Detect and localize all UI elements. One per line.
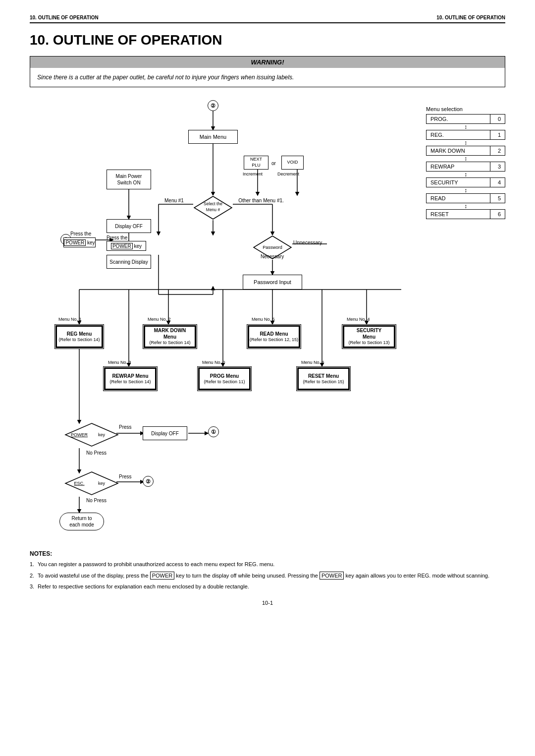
menu-no5-label: Menu No. 5	[252, 317, 275, 322]
menu-sel-row: SECURITY4	[427, 178, 505, 187]
power-inline-box2: POWER	[320, 572, 344, 580]
reg-menu-box: REG Menu (Refer to Section 14)	[54, 324, 104, 349]
rewrap-menu-box: REWRAP Menu (Refer to Section 14)	[103, 366, 158, 391]
power-key-left-box: POWER key	[63, 237, 96, 247]
press-power-mid-label: Press the	[107, 235, 127, 240]
menu-sel-row: REG.1	[427, 130, 505, 140]
menu-sel-label: PROG.	[427, 115, 490, 124]
notes-title: NOTES:	[30, 550, 505, 557]
note-item: 1.You can register a password to prohibi…	[30, 560, 505, 569]
svg-text:Password: Password	[263, 245, 282, 250]
return-each-mode-box: Return to each mode	[59, 513, 104, 530]
menu-sel-value: 4	[490, 178, 505, 187]
main-power-box: Main Power Switch ON	[107, 170, 151, 189]
menu-sel-row: PROG.0	[427, 115, 505, 124]
no-press-power-label: No Press	[86, 450, 107, 456]
power-key-diamond: POWER key	[64, 422, 119, 448]
markdown-menu-box: MARK DOWN Menu (Refer to Section 14)	[143, 324, 197, 349]
header-left: 10. OUTLINE OF OPERATION	[30, 15, 99, 20]
main-menu-box: Main Menu	[188, 130, 238, 144]
unnecessary-label: Unnecessary	[293, 240, 322, 245]
other-menu-label: Other than Menu #1.	[234, 198, 288, 203]
press-power-left-label: Press the	[70, 231, 91, 236]
chapter-title: 10. OUTLINE OF OPERATION	[30, 32, 505, 48]
svg-text:POWER: POWER	[71, 432, 88, 437]
menu-selection-table: PROG.0↕REG.1↕MARK DOWN2↕REWRAP3↕SECURITY…	[426, 114, 505, 219]
flowchart: ② Main Menu NEXT PLU or VOID Increment D…	[30, 96, 505, 542]
menu-selection-title: Menu selection	[426, 106, 505, 112]
power-inline-box: POWER	[150, 572, 175, 580]
menu-selection: Menu selection PROG.0↕REG.1↕MARK DOWN2↕R…	[426, 106, 505, 219]
menu-sel-label: READ	[427, 194, 490, 203]
circle-2-top: ②	[208, 100, 218, 111]
menu-sel-row: READ5	[427, 194, 505, 203]
svg-marker-40	[65, 472, 118, 495]
menu-sel-row: RESET6	[427, 210, 505, 219]
menu-sel-arrow-row: ↕	[427, 124, 505, 130]
menu-sel-value: 1	[490, 130, 505, 140]
security-menu-box: SECURITY Menu (Refer to Section 13)	[342, 324, 396, 349]
menu-sel-label: MARK DOWN	[427, 146, 490, 156]
menu-sel-value: 6	[490, 210, 505, 219]
menu-sel-label: RESET	[427, 210, 490, 219]
no-press-esc-label: No Press	[86, 498, 107, 503]
display-off-bottom-box: Display OFF	[143, 426, 187, 440]
press-label-esc: Press	[119, 474, 132, 479]
menu-sel-row: REWRAP3	[427, 162, 505, 172]
menu-no1-label: Menu No. 1	[58, 317, 82, 322]
power-key-mid-box: POWER key	[107, 241, 146, 251]
svg-text:key: key	[98, 481, 106, 486]
menu-sel-value: 5	[490, 194, 505, 203]
void-box: VOID	[281, 156, 304, 170]
necessary-label: Necessary	[261, 254, 284, 259]
menu-no0-label: Menu No. 0	[202, 360, 225, 365]
menu-sel-arrow-row: ↕	[427, 156, 505, 162]
menu-no3-label: Menu No. 3	[108, 360, 131, 365]
warning-header: WARNING!	[30, 57, 505, 68]
svg-text:Select the: Select the	[204, 201, 222, 206]
decrement-label: Decrement	[277, 172, 299, 176]
page-number: 10-1	[30, 600, 505, 606]
menu-sel-label: REG.	[427, 130, 490, 140]
note-item: 2.To avoid wasteful use of the display, …	[30, 572, 505, 580]
menu-sel-arrow-row: ↕	[427, 203, 505, 210]
page: 10. OUTLINE OF OPERATION 10. OUTLINE OF …	[0, 0, 535, 756]
menu1-label: Menu #1	[164, 198, 184, 203]
or-label: or	[271, 161, 276, 166]
press-label-power: Press	[119, 424, 132, 430]
svg-text:key: key	[98, 432, 106, 437]
page-header: 10. OUTLINE OF OPERATION 10. OUTLINE OF …	[30, 15, 505, 23]
display-off-top-box: Display OFF	[107, 219, 151, 233]
menu-sel-arrow-row: ↕	[427, 172, 505, 178]
menu-sel-label: SECURITY	[427, 178, 490, 187]
menu-sel-arrow-row: ↕	[427, 187, 505, 194]
read-menu-box: READ Menu (Refer to Section 12, 15)	[247, 324, 301, 349]
prog-menu-box: PROG Menu (Refer to Section 11)	[197, 366, 252, 391]
note-item: 3.Refer to respective sections for expla…	[30, 582, 505, 591]
warning-box: WARNING! Since there is a cutter at the …	[30, 56, 505, 87]
menu-no4-label: Menu No. 4	[347, 317, 370, 322]
warning-body: Since there is a cutter at the paper out…	[30, 68, 505, 87]
header-right: 10. OUTLINE OF OPERATION	[436, 15, 505, 20]
increment-label: Increment	[243, 172, 263, 176]
menu-sel-value: 0	[490, 115, 505, 124]
menu-no2-label: Menu No. 2	[148, 317, 171, 322]
menu-sel-value: 3	[490, 162, 505, 172]
password-input-box: Password Input	[243, 275, 302, 290]
esc-key-diamond: ESC. key	[64, 471, 119, 497]
circle-2-bottom: ②	[143, 476, 154, 487]
menu-sel-label: REWRAP	[427, 162, 490, 172]
next-plu-box: NEXT PLU	[244, 156, 268, 170]
svg-text:ESC.: ESC.	[74, 481, 84, 486]
menu-sel-row: MARK DOWN2	[427, 146, 505, 156]
scanning-display-box: Scanning Display	[107, 255, 151, 269]
circle-1-bottom: ①	[208, 426, 219, 437]
menu-no6-label: Menu No. 6	[301, 360, 324, 365]
notes-list: 1.You can register a password to prohibi…	[30, 560, 505, 591]
notes-section: NOTES: 1.You can register a password to …	[30, 550, 505, 591]
menu-sel-arrow-row: ↕	[427, 140, 505, 146]
reset-menu-box: RESET Menu (Refer to Section 15)	[296, 366, 351, 391]
menu-sel-value: 2	[490, 146, 505, 156]
svg-text:Menu #: Menu #	[206, 207, 220, 212]
select-menu-diamond: Select the Menu #	[193, 195, 233, 220]
